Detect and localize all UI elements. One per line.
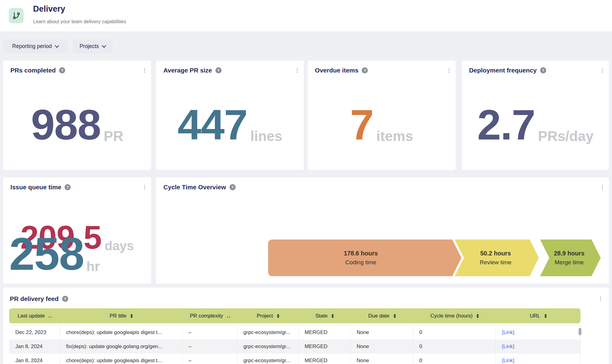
column-header-url[interactable]: URL: [496, 313, 580, 319]
metric-value-group: 447 lines: [156, 103, 304, 146]
segment-label: Merge time: [554, 259, 584, 266]
two-dots-icon: [227, 317, 230, 318]
cell-project: grpc-ecosystem/gr...: [237, 354, 299, 364]
cell-state: MERGED: [299, 340, 351, 354]
cell-state: MERGED: [299, 354, 351, 364]
pr-link[interactable]: [Link]: [496, 325, 580, 340]
cell-cycle-time: 0: [413, 325, 496, 340]
cell-due-date: None: [350, 340, 413, 354]
deployment-frequency-card: Deployment frequency 2.7 PRs/day: [462, 61, 609, 170]
page-header: Delivery Learn about your team delivery …: [0, 0, 612, 32]
card-title: Overdue items: [315, 67, 358, 74]
card-title: Average PR size: [163, 67, 212, 74]
metric-unit: items: [376, 129, 413, 143]
page-subtitle: Learn about your team delivery capabilit…: [33, 19, 126, 24]
metric-unit: PR: [104, 129, 123, 143]
table-row: Dec 22, 2023 chore(deps): update googlea…: [9, 325, 580, 340]
help-icon[interactable]: [540, 67, 546, 73]
table-header-row: Last update PR title PR complexity Proje…: [9, 308, 580, 323]
reporting-period-label: Reporting period: [12, 43, 52, 50]
cell-pr-title: chore(deps): update googleapis digest t.…: [60, 354, 182, 364]
review-time-segment[interactable]: 50.2 hours Review time: [455, 240, 539, 276]
help-icon[interactable]: [62, 296, 68, 302]
kebab-menu-icon[interactable]: [447, 67, 451, 74]
metric-value: 7: [350, 103, 373, 146]
cell-last-update: Dec 22, 2023: [9, 325, 60, 340]
segment-hours: 50.2 hours: [480, 250, 511, 257]
cell-pr-complexity: –: [182, 340, 237, 354]
cell-pr-complexity: –: [182, 325, 237, 340]
metric-unit: days: [105, 240, 134, 252]
card-title: Issue queue time: [10, 184, 61, 191]
metric-value: 447: [177, 103, 247, 146]
sort-arrows-icon: [394, 314, 396, 318]
cycle-time-funnel-chart: 178.6 hours Coding time 50.2 hours Revie…: [268, 240, 601, 276]
sort-arrows-icon: [277, 314, 279, 318]
segment-hours: 178.6 hours: [344, 250, 378, 257]
help-icon[interactable]: [59, 67, 65, 73]
card-title: Deployment frequency: [469, 67, 537, 74]
segment-label: Review time: [480, 259, 511, 266]
kebab-menu-icon[interactable]: [143, 184, 147, 191]
metric-value: 988: [31, 103, 101, 146]
metric-unit: lines: [250, 129, 282, 143]
card-title: Cycle Time Overview: [163, 184, 226, 191]
card-title: PRs completed: [10, 67, 56, 74]
pr-link[interactable]: [Link]: [496, 340, 580, 354]
column-header-state[interactable]: State: [299, 313, 351, 319]
segment-label: Coding time: [345, 259, 376, 266]
column-header-pr-complexity[interactable]: PR complexity: [182, 313, 237, 319]
kebab-menu-icon[interactable]: [601, 67, 604, 74]
cell-due-date: None: [350, 325, 413, 340]
coding-time-segment[interactable]: 178.6 hours Coding time: [268, 240, 461, 276]
table-row: Jan 8, 2024 chore(deps): update googleap…: [9, 354, 580, 364]
cell-state: MERGED: [299, 325, 351, 340]
help-icon[interactable]: [230, 184, 236, 190]
column-header-last-update[interactable]: Last update: [9, 313, 60, 319]
chevron-down-icon: [102, 43, 106, 48]
column-header-due-date[interactable]: Due date: [351, 313, 413, 319]
help-icon[interactable]: [215, 67, 222, 73]
two-dots-icon: [49, 317, 52, 318]
column-header-cycle-time[interactable]: Cycle time (hours): [413, 313, 496, 319]
sort-arrows-icon: [331, 314, 334, 318]
cell-last-update: Jan 8, 2024: [9, 354, 60, 364]
kebab-menu-icon[interactable]: [296, 67, 299, 74]
metric-unit: PRs/day: [538, 129, 594, 143]
sort-arrows-icon: [476, 314, 479, 318]
column-header-project[interactable]: Project: [237, 313, 299, 319]
metric-value-group: 2.7 PRs/day: [462, 103, 609, 146]
pr-feed-table: Last update PR title PR complexity Proje…: [9, 308, 580, 364]
page-title: Delivery: [33, 4, 65, 14]
pr-link[interactable]: [Link]: [496, 354, 580, 364]
kebab-menu-icon[interactable]: [143, 67, 147, 74]
cell-cycle-time: 0: [413, 354, 496, 364]
cell-due-date: None: [350, 354, 413, 364]
average-pr-size-card: Average PR size 447 lines: [156, 61, 304, 170]
help-icon[interactable]: [362, 67, 368, 73]
table-body: Dec 22, 2023 chore(deps): update googlea…: [9, 325, 580, 364]
cell-cycle-time: 0: [413, 340, 496, 354]
projects-label: Projects: [80, 43, 99, 50]
card-title: PR delivery feed: [10, 295, 59, 303]
git-branch-icon: [9, 8, 24, 23]
reporting-period-dropdown[interactable]: Reporting period: [3, 39, 68, 54]
cell-project: grpc-ecosystem/gr...: [237, 325, 299, 340]
help-icon[interactable]: [65, 184, 71, 190]
column-header-pr-title[interactable]: PR title: [60, 313, 182, 319]
prs-completed-card: PRs completed 988 PR: [3, 61, 151, 170]
metric-unit: hr: [86, 260, 100, 273]
cell-pr-title: chore(deps): update googleapis digest t.…: [60, 325, 182, 340]
cell-pr-complexity: –: [182, 354, 237, 364]
sort-arrows-icon: [130, 314, 133, 318]
metric-value-group: 7 items: [308, 103, 456, 146]
kebab-menu-icon[interactable]: [599, 295, 603, 303]
projects-dropdown[interactable]: Projects: [73, 39, 113, 54]
chevron-down-icon: [55, 43, 59, 48]
metric-value-group: 988 PR: [3, 103, 151, 146]
merge-time-segment[interactable]: 28.9 hours Merge time: [540, 240, 601, 276]
table-scrollbar[interactable]: [579, 328, 581, 335]
segment-hours: 28.9 hours: [554, 250, 584, 257]
cycle-time-value-group: 258 hr: [9, 231, 100, 277]
kebab-menu-icon[interactable]: [601, 184, 604, 191]
